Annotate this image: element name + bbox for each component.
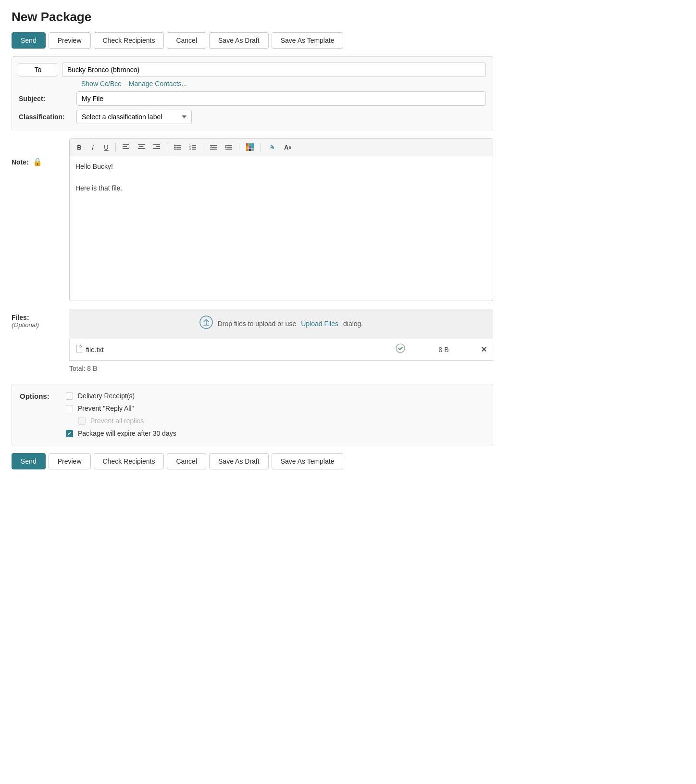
to-row: To bbox=[19, 63, 486, 77]
delivery-receipt-row: Delivery Receipt(s) bbox=[66, 392, 176, 400]
cancel-button-bottom[interactable]: Cancel bbox=[167, 453, 206, 469]
bottom-toolbar: Send Preview Check Recipients Cancel Sav… bbox=[12, 453, 493, 469]
files-section: Files: (Optional) Drop files to upload o… bbox=[12, 309, 493, 376]
check-recipients-button-top[interactable]: Check Recipients bbox=[94, 32, 164, 49]
options-list: Delivery Receipt(s) Prevent "Reply All" … bbox=[66, 392, 176, 437]
editor-container: B i U 1.2.3. bbox=[69, 138, 493, 301]
file-row: file.txt 8 B ✕ bbox=[69, 339, 493, 361]
svg-rect-37 bbox=[251, 149, 254, 151]
files-total: Total: 8 B bbox=[69, 361, 493, 376]
expire-package-checkbox[interactable] bbox=[66, 430, 73, 437]
options-section: Options: Delivery Receipt(s) Prevent "Re… bbox=[12, 384, 493, 445]
recipient-input[interactable] bbox=[62, 63, 486, 77]
color-button[interactable] bbox=[243, 141, 257, 153]
file-name: file.txt bbox=[86, 346, 104, 354]
options-header: Options: bbox=[20, 392, 58, 400]
svg-point-11 bbox=[174, 147, 176, 148]
file-delete-button[interactable]: ✕ bbox=[468, 345, 487, 354]
svg-marker-28 bbox=[225, 146, 227, 148]
cancel-button-top[interactable]: Cancel bbox=[167, 32, 206, 49]
prevent-reply-all-checkbox[interactable] bbox=[66, 405, 73, 412]
format-button[interactable]: Aa bbox=[281, 141, 294, 153]
send-button-bottom[interactable]: Send bbox=[12, 453, 46, 469]
drop-text: Drop files to upload or use bbox=[218, 320, 296, 328]
svg-marker-24 bbox=[210, 146, 211, 148]
file-size: 8 B bbox=[420, 346, 468, 354]
drop-zone[interactable]: Drop files to upload or use Upload Files… bbox=[69, 309, 493, 339]
toolbar-sep-3 bbox=[203, 143, 203, 152]
note-line-1: Hello Bucky! bbox=[75, 161, 487, 172]
svg-point-40 bbox=[396, 344, 405, 353]
show-cc-bcc-link[interactable]: Show Cc/Bcc bbox=[81, 80, 121, 88]
svg-point-13 bbox=[174, 149, 176, 150]
note-label: Note: bbox=[12, 158, 29, 166]
link-button[interactable] bbox=[264, 141, 279, 153]
align-center-button[interactable] bbox=[135, 141, 148, 153]
subject-row: Subject: bbox=[19, 91, 486, 106]
drop-text-2: dialog. bbox=[343, 320, 363, 328]
prevent-reply-all-label: Prevent "Reply All" bbox=[78, 405, 134, 412]
align-right-button[interactable] bbox=[150, 141, 163, 153]
page-title: New Package bbox=[12, 10, 493, 25]
prevent-reply-all-row: Prevent "Reply All" bbox=[66, 405, 176, 412]
list-ordered-button[interactable]: 1.2.3. bbox=[186, 141, 199, 153]
toolbar-sep-1 bbox=[115, 143, 116, 152]
underline-button[interactable]: U bbox=[100, 141, 112, 153]
file-name-col: file.txt bbox=[75, 345, 381, 354]
files-optional: (Optional) bbox=[12, 321, 69, 329]
classification-label: Classification: bbox=[19, 113, 76, 121]
prevent-all-replies-checkbox bbox=[78, 417, 86, 425]
upload-icon bbox=[199, 316, 213, 332]
indent-button[interactable] bbox=[222, 141, 236, 153]
expire-package-label: Package will expire after 30 days bbox=[78, 430, 176, 437]
svg-rect-30 bbox=[249, 143, 251, 146]
toolbar-sep-4 bbox=[239, 143, 239, 152]
files-content: Drop files to upload or use Upload Files… bbox=[69, 309, 493, 376]
subject-label: Subject: bbox=[19, 95, 76, 102]
bold-button[interactable]: B bbox=[74, 141, 85, 153]
svg-rect-35 bbox=[246, 149, 249, 151]
italic-button[interactable]: i bbox=[87, 141, 99, 153]
save-as-template-button-bottom[interactable]: Save As Template bbox=[272, 453, 344, 469]
files-label-col: Files: (Optional) bbox=[12, 309, 69, 329]
classification-row: Classification: Select a classification … bbox=[19, 110, 486, 124]
svg-point-9 bbox=[174, 145, 176, 146]
editor-toolbar: B i U 1.2.3. bbox=[70, 139, 493, 156]
file-icon bbox=[75, 345, 82, 354]
svg-rect-36 bbox=[249, 149, 251, 151]
classification-select[interactable]: Select a classification label bbox=[76, 110, 192, 124]
save-as-template-button-top[interactable]: Save As Template bbox=[272, 32, 344, 49]
list-unordered-button[interactable] bbox=[171, 141, 184, 153]
prevent-all-replies-label: Prevent all replies bbox=[90, 417, 144, 425]
save-as-draft-button-bottom[interactable]: Save As Draft bbox=[209, 453, 269, 469]
toolbar-sep-2 bbox=[167, 143, 167, 152]
svg-rect-29 bbox=[246, 143, 249, 146]
top-toolbar: Send Preview Check Recipients Cancel Sav… bbox=[12, 32, 493, 49]
preview-button-top[interactable]: Preview bbox=[49, 32, 91, 49]
svg-rect-33 bbox=[249, 146, 251, 149]
note-label-col: Note: 🔒 bbox=[12, 138, 69, 166]
upload-files-link[interactable]: Upload Files bbox=[301, 320, 338, 328]
manage-contacts-link[interactable]: Manage Contacts... bbox=[129, 80, 187, 88]
subject-input[interactable] bbox=[76, 91, 486, 106]
svg-text:3.: 3. bbox=[189, 148, 191, 150]
check-recipients-button-bottom[interactable]: Check Recipients bbox=[94, 453, 164, 469]
svg-rect-31 bbox=[251, 143, 254, 146]
to-button[interactable]: To bbox=[19, 63, 57, 76]
align-left-button[interactable] bbox=[119, 141, 133, 153]
svg-rect-32 bbox=[246, 146, 249, 149]
header-section: To Show Cc/Bcc Manage Contacts... Subjec… bbox=[12, 56, 493, 130]
svg-rect-34 bbox=[251, 146, 254, 149]
prevent-all-replies-row: Prevent all replies bbox=[78, 417, 176, 425]
save-as-draft-button-top[interactable]: Save As Draft bbox=[209, 32, 269, 49]
cc-bcc-row: Show Cc/Bcc Manage Contacts... bbox=[81, 80, 486, 88]
send-button-top[interactable]: Send bbox=[12, 32, 46, 49]
note-editor[interactable]: Hello Bucky! Here is that file. bbox=[70, 156, 493, 301]
outdent-button[interactable] bbox=[207, 141, 220, 153]
lock-icon: 🔒 bbox=[33, 157, 42, 166]
delivery-receipt-checkbox[interactable] bbox=[66, 392, 73, 400]
preview-button-bottom[interactable]: Preview bbox=[49, 453, 91, 469]
file-status-icon bbox=[381, 343, 420, 355]
delivery-receipt-label: Delivery Receipt(s) bbox=[78, 392, 135, 400]
note-section: Note: 🔒 B i U 1.2.3. bbox=[12, 138, 493, 301]
